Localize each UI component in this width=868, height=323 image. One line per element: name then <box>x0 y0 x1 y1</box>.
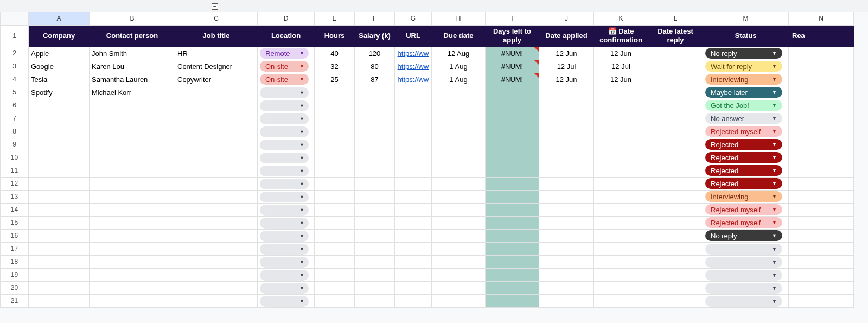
cell-daysleft[interactable]: #NUM! <box>486 47 539 60</box>
cell-jobtitle[interactable] <box>175 151 258 164</box>
cell-salary[interactable] <box>355 125 395 138</box>
col-header-M[interactable]: M <box>703 12 789 25</box>
cell-dateconf[interactable] <box>594 99 648 112</box>
row-number[interactable]: 18 <box>1 255 29 268</box>
cell-daysleft[interactable]: #NUM! <box>486 60 539 73</box>
cell-dateapplied[interactable] <box>539 255 594 268</box>
cell-jobtitle[interactable] <box>175 203 258 216</box>
cell-datereply[interactable] <box>648 190 703 203</box>
cell-extra[interactable] <box>789 242 854 255</box>
status-chip[interactable]: Interviewing▼ <box>705 191 782 202</box>
cell-url[interactable]: https://ww <box>395 60 432 73</box>
cell-datereply[interactable] <box>648 294 703 307</box>
cell-status[interactable]: Rejected▼ <box>703 138 789 151</box>
cell-status[interactable]: Maybe later▼ <box>703 86 789 99</box>
status-chip[interactable]: Rejected▼ <box>705 165 782 176</box>
cell-url[interactable] <box>395 151 432 164</box>
select-all-corner[interactable] <box>1 12 29 25</box>
cell-extra[interactable] <box>789 164 854 177</box>
cell-company[interactable] <box>29 203 90 216</box>
cell-duedate[interactable] <box>432 99 486 112</box>
cell-daysleft[interactable] <box>486 177 539 190</box>
cell-location[interactable]: ▼ <box>258 255 315 268</box>
cell-duedate[interactable]: 1 Aug <box>432 60 486 73</box>
cell-url[interactable] <box>395 242 432 255</box>
cell-status[interactable]: Rejected▼ <box>703 151 789 164</box>
cell-status[interactable]: Interviewing▼ <box>703 73 789 86</box>
cell-salary[interactable] <box>355 151 395 164</box>
col-header-B[interactable]: B <box>90 12 175 25</box>
header-contact[interactable]: Contact person <box>90 25 175 47</box>
cell-dateconf[interactable] <box>594 190 648 203</box>
cell-dateconf[interactable] <box>594 268 648 281</box>
cell-dateapplied[interactable] <box>539 99 594 112</box>
cell-jobtitle[interactable] <box>175 86 258 99</box>
cell-extra[interactable] <box>789 86 854 99</box>
cell-dateconf[interactable] <box>594 138 648 151</box>
cell-daysleft[interactable] <box>486 281 539 294</box>
cell-location[interactable]: ▼ <box>258 190 315 203</box>
status-chip[interactable]: No reply▼ <box>705 230 782 241</box>
cell-contact[interactable]: Karen Lou <box>90 60 175 73</box>
status-chip[interactable]: No reply▼ <box>705 48 782 59</box>
cell-status[interactable]: Rejected▼ <box>703 164 789 177</box>
cell-daysleft[interactable] <box>486 164 539 177</box>
status-chip[interactable]: Wait for reply▼ <box>705 61 782 72</box>
status-chip[interactable]: Got the Job!▼ <box>705 100 782 111</box>
status-chip[interactable]: ▼ <box>705 270 782 281</box>
cell-url[interactable] <box>395 281 432 294</box>
location-chip[interactable]: ▼ <box>260 179 309 189</box>
cell-extra[interactable] <box>789 203 854 216</box>
cell-duedate[interactable] <box>432 112 486 125</box>
cell-datereply[interactable] <box>648 125 703 138</box>
cell-datereply[interactable] <box>648 268 703 281</box>
cell-company[interactable] <box>29 255 90 268</box>
cell-url[interactable] <box>395 294 432 307</box>
location-chip[interactable]: ▼ <box>260 244 309 255</box>
cell-dateapplied[interactable] <box>539 203 594 216</box>
row-number[interactable]: 21 <box>1 294 29 307</box>
cell-duedate[interactable] <box>432 255 486 268</box>
cell-contact[interactable] <box>90 125 175 138</box>
cell-jobtitle[interactable] <box>175 242 258 255</box>
cell-daysleft[interactable] <box>486 138 539 151</box>
cell-extra[interactable] <box>789 177 854 190</box>
cell-url[interactable] <box>395 164 432 177</box>
cell-datereply[interactable] <box>648 164 703 177</box>
cell-contact[interactable] <box>90 177 175 190</box>
cell-jobtitle[interactable] <box>175 216 258 229</box>
header-status[interactable]: Status <box>703 25 789 47</box>
row-number[interactable]: 7 <box>1 112 29 125</box>
cell-company[interactable]: Tesla <box>29 73 90 86</box>
cell-status[interactable]: Rejected myself▼ <box>703 216 789 229</box>
cell-company[interactable] <box>29 125 90 138</box>
status-chip[interactable]: Maybe later▼ <box>705 87 782 98</box>
cell-dateapplied[interactable] <box>539 216 594 229</box>
cell-contact[interactable] <box>90 229 175 242</box>
cell-dateapplied[interactable] <box>539 138 594 151</box>
row-number[interactable]: 4 <box>1 73 29 86</box>
cell-company[interactable] <box>29 216 90 229</box>
row-number[interactable]: 3 <box>1 60 29 73</box>
cell-company[interactable] <box>29 164 90 177</box>
cell-jobtitle[interactable] <box>175 99 258 112</box>
cell-duedate[interactable] <box>432 177 486 190</box>
cell-contact[interactable] <box>90 99 175 112</box>
cell-duedate[interactable]: 1 Aug <box>432 73 486 86</box>
row-number[interactable]: 5 <box>1 86 29 99</box>
cell-url[interactable] <box>395 125 432 138</box>
cell-dateconf[interactable] <box>594 112 648 125</box>
cell-duedate[interactable]: 12 Aug <box>432 47 486 60</box>
cell-duedate[interactable] <box>432 190 486 203</box>
cell-datereply[interactable] <box>648 47 703 60</box>
header-daysleft[interactable]: Days left to apply <box>486 25 539 47</box>
status-chip[interactable]: Rejected▼ <box>705 152 782 163</box>
status-chip[interactable]: ▼ <box>705 257 782 268</box>
cell-datereply[interactable] <box>648 151 703 164</box>
cell-status[interactable]: Interviewing▼ <box>703 190 789 203</box>
cell-company[interactable] <box>29 268 90 281</box>
cell-hours[interactable] <box>315 164 355 177</box>
cell-daysleft[interactable] <box>486 255 539 268</box>
header-hours[interactable]: Hours <box>315 25 355 47</box>
cell-location[interactable]: ▼ <box>258 112 315 125</box>
